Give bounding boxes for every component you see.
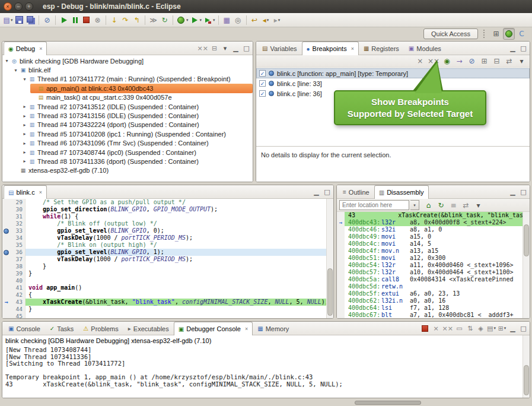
- editor-line[interactable]: 45: [2, 313, 326, 318]
- debug-tree-item[interactable]: ▸ ▥ Thread #5 1073410208 (ipc1 : Running…: [21, 129, 253, 138]
- twisty-icon[interactable]: ▸: [21, 141, 28, 146]
- search-button[interactable]: ◎: [232, 14, 244, 26]
- disassembly-row[interactable]: 400dbc67: blt a7, a1, 0x400dbc81 <__addd…: [337, 312, 523, 318]
- scroll-lock-button[interactable]: ⇅: [465, 323, 475, 334]
- show-source-button[interactable]: ≡: [448, 199, 459, 211]
- editor-line[interactable]: 41 void app_main(): [2, 284, 326, 291]
- editor-annotation-gutter[interactable]: [2, 242, 10, 249]
- view-menu-button[interactable]: ▾: [220, 43, 230, 53]
- editor-annotation-gutter[interactable]: [2, 206, 10, 213]
- tab-disassembly[interactable]: ▥ Disassembly: [374, 185, 429, 199]
- editor-annotation-gutter[interactable]: [2, 277, 10, 284]
- console-body[interactable]: blink checking [GDB Hardware Debugging] …: [2, 335, 523, 398]
- breakpoint-checkbox[interactable]: ✓: [259, 70, 266, 77]
- disassembly-row[interactable]: 400dbc54: l32r a11, 0x400d0460 <_stext+1…: [337, 262, 523, 269]
- quick-access-button[interactable]: Quick Access: [423, 28, 478, 39]
- editor-line[interactable]: 34 vTaskDelay(1000 / portTICK_PERIOD_MS)…: [2, 234, 326, 242]
- refresh-view-button[interactable]: ↻: [435, 199, 447, 211]
- maximize-view-button[interactable]: □: [518, 186, 528, 197]
- twisty-icon[interactable]: ▸: [21, 122, 28, 128]
- instruction-stepping-button[interactable]: ≫: [148, 14, 159, 26]
- tab-close-icon[interactable]: ×: [39, 46, 42, 52]
- debug-tree-item[interactable]: ▸ ▥ Thread #6 1073431096 (Tmr Svc) (Susp…: [21, 139, 253, 148]
- editor-line[interactable]: 44 }: [2, 306, 326, 313]
- remove-all-terminated-button[interactable]: ××: [442, 323, 454, 334]
- disassembly-row[interactable]: 400dbc51: movi a12, 0x300: [337, 255, 523, 262]
- editor-line[interactable]: 40: [2, 277, 326, 284]
- disassembly-row[interactable]: 400dbc5f: extui a6, a0, 23, 13: [337, 290, 523, 297]
- tab-outline[interactable]: ≡ Outline: [338, 185, 374, 198]
- editor-scrollbar-handle[interactable]: [327, 268, 333, 316]
- disassembly-row[interactable]: 400dbc4c: movi a14, 5: [337, 240, 523, 248]
- tab-close-icon[interactable]: ×: [351, 46, 354, 52]
- skip-all-breakpoints-button[interactable]: ⊘: [42, 14, 53, 26]
- disassembly-row[interactable]: 400dbc46: s32i a8, a1, 0: [337, 226, 523, 233]
- disassembly-vertical-scrollbar[interactable]: [523, 212, 530, 318]
- debug-tree-item[interactable]: ▾ ▥ Thread #1 1073411772 (main : Running…: [21, 75, 253, 84]
- breakpoint-item[interactable]: ✓ blink.c [function: app_main] [type: Te…: [256, 68, 530, 78]
- minimize-view-button[interactable]: ▁: [311, 186, 321, 197]
- editor-annotation-gutter[interactable]: [2, 249, 10, 256]
- breakpoint-item[interactable]: ✓ blink.c [line: 33]: [256, 78, 530, 88]
- disassembly-row[interactable]: 400dbc62: l32i.n a0, a0, 16: [337, 297, 523, 304]
- editor-annotation-gutter[interactable]: [2, 284, 10, 291]
- console-scrollbar-handle[interactable]: [524, 365, 529, 395]
- tab-debug[interactable]: ◉ Debug ×: [4, 42, 47, 55]
- minimize-view-button[interactable]: ▁: [508, 43, 518, 53]
- editor-line[interactable]: 36 gpio_set_level(BLINK_GPIO, 1);: [2, 249, 326, 256]
- editor-annotation-gutter[interactable]: [2, 313, 10, 318]
- resume-button[interactable]: [58, 14, 69, 26]
- editor-line[interactable]: 31 while(1) {: [2, 213, 326, 220]
- debug-tree-item[interactable]: ▤ main_task() at cpu_start.c:339 0x400d0…: [30, 93, 253, 102]
- step-into-button[interactable]: ↓: [109, 14, 120, 26]
- editor-line[interactable]: 38 }: [2, 263, 326, 270]
- maximize-view-button[interactable]: □: [518, 323, 528, 334]
- debug-tree-item[interactable]: ▸ ▥ Thread #8 1073411336 (dport) (Suspen…: [21, 157, 253, 166]
- disassembly-row[interactable]: 400dbc49: movi a15, 0: [337, 233, 523, 240]
- expand-all-button[interactable]: ⊞: [479, 55, 490, 67]
- twisty-icon[interactable]: ▸: [21, 131, 28, 137]
- new-wizard-button[interactable]: ▤ ▾: [2, 14, 14, 26]
- editor-line[interactable]: 39 }: [2, 270, 326, 277]
- tab-registers[interactable]: ▦ Registers: [359, 42, 404, 55]
- perspective-c-cpp-button[interactable]: C: [516, 28, 527, 40]
- editor-line[interactable]: 32 /* Blink off (output low) */: [2, 220, 326, 227]
- save-button[interactable]: [14, 14, 25, 26]
- minimize-view-button[interactable]: ▁: [508, 186, 518, 197]
- sync-with-context-button[interactable]: ⇄: [460, 199, 472, 211]
- skip-all-breakpoints-button[interactable]: ⊘: [466, 55, 477, 67]
- twisty-icon[interactable]: ▾: [4, 58, 10, 64]
- new-c-project-button[interactable]: ▦: [221, 14, 232, 26]
- location-input[interactable]: [339, 200, 409, 210]
- editor-line[interactable]: 29 /* Set the GPIO as a push/pull output…: [2, 199, 326, 206]
- breakpoint-checkbox[interactable]: ✓: [259, 90, 266, 97]
- tab-variables[interactable]: ▤ Variables: [257, 42, 302, 55]
- debug-tree-item[interactable]: ▾ ◎ blink checking [GDB Hardware Debuggi…: [4, 56, 253, 65]
- view-menu-button[interactable]: ▾: [473, 199, 484, 211]
- editor-annotation-gutter[interactable]: [2, 256, 10, 263]
- tab-breakpoints[interactable]: ● Breakpoints ×: [302, 42, 359, 55]
- disassembly-row[interactable]: 400dbc64: lsi f7, a1, 128: [337, 304, 523, 312]
- tab-debugger-console[interactable]: ▣ Debugger Console ×: [174, 322, 253, 335]
- debug-tree-item[interactable]: ▸ ▥ Thread #7 1073408744 (ipc0) (Suspend…: [21, 148, 253, 157]
- maximize-view-button[interactable]: □: [518, 43, 528, 53]
- terminate-button[interactable]: [81, 14, 92, 26]
- window-titlebar[interactable]: × – + esp - Debug - blink/main/blink.c -…: [0, 0, 532, 13]
- clear-console-button[interactable]: ▭: [454, 323, 464, 334]
- suspend-button[interactable]: [69, 14, 81, 26]
- collapse-all-button[interactable]: ⊟: [491, 55, 502, 67]
- link-with-debug-view-button[interactable]: ⇄: [504, 55, 515, 67]
- save-all-button[interactable]: [25, 14, 36, 26]
- window-maximize-button[interactable]: +: [25, 2, 33, 11]
- tab-console[interactable]: ▣ Console: [4, 322, 45, 335]
- disassembly-row[interactable]: 400dbc5a: call8 0x40084314 <xTaskCreateP…: [337, 276, 523, 283]
- goto-program-counter-button[interactable]: ⌂: [423, 199, 434, 211]
- horizontal-scrollbar[interactable]: [355, 401, 421, 405]
- editor-line[interactable]: → 43 xTaskCreate(&blink_task, "blink_tas…: [2, 299, 326, 306]
- remove-all-terminated-button[interactable]: ××: [197, 43, 209, 53]
- twisty-icon[interactable]: ▾: [21, 77, 28, 82]
- editor-annotation-gutter[interactable]: [2, 220, 10, 227]
- disassembly-listing[interactable]: 43 xTaskCreate(&blink_task, "blink_tas →…: [337, 212, 523, 318]
- disassembly-row[interactable]: 400dbc4f: mov.n a13, a15: [337, 248, 523, 255]
- editor-annotation-gutter[interactable]: [2, 306, 10, 313]
